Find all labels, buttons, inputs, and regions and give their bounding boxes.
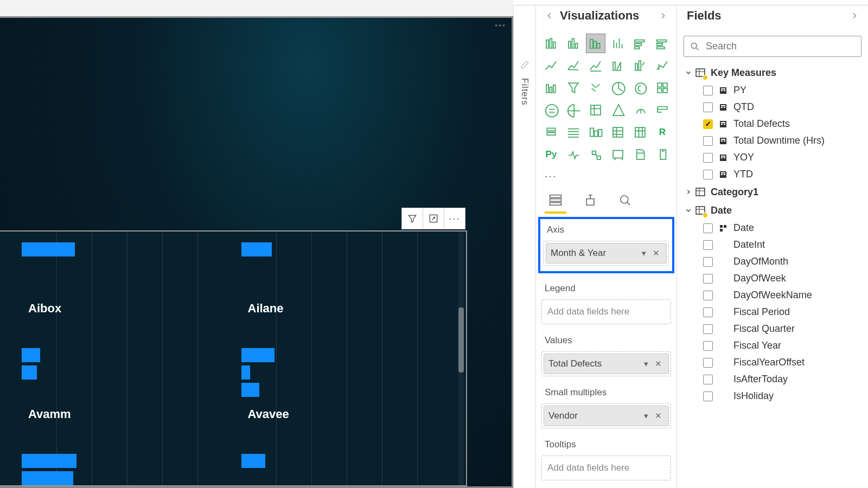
viz-type-icon[interactable] [653, 34, 672, 53]
field-row[interactable]: DayOfWeek [681, 270, 864, 287]
viz-type-icon[interactable] [564, 145, 583, 164]
field-row[interactable]: YOY [681, 149, 864, 166]
visual-filter-icon[interactable] [401, 208, 423, 229]
bar[interactable] [22, 365, 37, 380]
viz-type-icon[interactable] [630, 100, 650, 120]
viz-type-icon[interactable] [586, 56, 605, 75]
field-row[interactable]: Fiscal Year [681, 337, 864, 354]
field-checkbox[interactable] [703, 375, 713, 384]
focus-mode-icon[interactable] [423, 208, 444, 229]
small-multiples-pill[interactable]: Vendor ▾ ✕ [544, 406, 669, 426]
bar[interactable] [241, 383, 260, 397]
field-row[interactable]: DateInt [681, 236, 864, 253]
viz-type-icon[interactable] [586, 145, 605, 164]
viz-more-icon[interactable]: ··· [540, 168, 672, 188]
viz-type-icon[interactable] [608, 56, 628, 75]
remove-icon[interactable]: ✕ [650, 248, 662, 258]
viz-type-icon[interactable]: Py [541, 145, 561, 164]
bar[interactable] [22, 348, 40, 362]
viz-type-icon[interactable] [541, 123, 561, 142]
fields-tab-icon[interactable] [545, 191, 566, 209]
remove-icon[interactable]: ✕ [652, 359, 664, 369]
axis-well[interactable]: Month & Year ▾ ✕ [544, 241, 669, 266]
viz-collapse-right-icon[interactable] [656, 9, 670, 23]
field-checkbox[interactable] [703, 102, 713, 112]
field-row[interactable]: Total Downtime (Hrs) [681, 132, 864, 149]
viz-type-icon[interactable] [653, 145, 672, 164]
field-row[interactable]: Date [681, 220, 864, 236]
values-pill[interactable]: Total Defects ▾ ✕ [544, 354, 669, 374]
viz-type-icon[interactable] [564, 56, 583, 75]
viz-type-icon[interactable] [564, 78, 583, 98]
viz-type-icon[interactable] [630, 123, 650, 142]
field-checkbox[interactable] [703, 119, 713, 129]
viz-type-icon[interactable] [541, 56, 561, 75]
filters-pane-collapsed[interactable]: Filters [513, 0, 536, 488]
field-row[interactable]: Total Defects [681, 115, 864, 132]
axis-pill[interactable]: Month & Year ▾ ✕ [546, 243, 667, 264]
field-checkbox[interactable] [703, 358, 713, 368]
field-row[interactable]: DayOfWeekName [681, 287, 864, 304]
report-canvas[interactable]: ••• ··· AiboxAilaneAvammAvaveeBlognation… [0, 0, 513, 488]
viz-type-icon[interactable] [608, 34, 628, 53]
field-checkbox[interactable] [703, 240, 713, 250]
table-row[interactable]: Key Measures [681, 63, 864, 82]
remove-icon[interactable]: ✕ [652, 411, 664, 421]
fields-search-input[interactable] [706, 41, 856, 52]
scrollbar-thumb[interactable] [458, 307, 464, 373]
viz-type-icon[interactable] [608, 145, 628, 164]
bar[interactable] [241, 242, 272, 256]
viz-type-icon[interactable] [541, 100, 561, 120]
bar[interactable] [241, 454, 266, 468]
viz-type-icon[interactable] [630, 145, 650, 164]
small-multiples-visual[interactable]: AiboxAilaneAvammAvaveeBlognationBlogpad [0, 230, 467, 486]
field-checkbox[interactable] [703, 223, 713, 233]
values-well[interactable]: Total Defects ▾ ✕ [541, 351, 671, 376]
bar[interactable] [22, 242, 75, 256]
bar[interactable] [241, 348, 275, 362]
viz-type-icon[interactable] [653, 78, 672, 98]
chevron-down-icon[interactable]: ▾ [640, 359, 652, 369]
viz-type-icon[interactable] [564, 123, 583, 142]
viz-type-icon[interactable] [653, 56, 672, 75]
viz-type-icon[interactable] [630, 78, 650, 98]
field-row[interactable]: PY [681, 82, 864, 99]
field-row[interactable]: DayOfMonth [681, 253, 864, 270]
viz-type-icon[interactable] [608, 100, 628, 120]
table-row[interactable]: Date [681, 201, 864, 220]
viz-type-icon[interactable] [586, 78, 605, 98]
field-row[interactable]: QTD [681, 99, 864, 115]
field-checkbox[interactable] [703, 291, 713, 300]
visual-scrollbar[interactable] [458, 232, 464, 485]
bar[interactable] [22, 454, 76, 468]
viz-type-icon[interactable] [586, 100, 605, 120]
field-checkbox[interactable] [703, 257, 713, 267]
viz-type-icon[interactable] [541, 78, 561, 98]
viz-type-icon[interactable] [608, 123, 628, 142]
analytics-tab-icon[interactable] [614, 191, 636, 209]
viz-type-icon[interactable] [630, 34, 650, 53]
chevron-down-icon[interactable]: ▾ [638, 248, 650, 258]
viz-type-icon[interactable] [608, 78, 628, 98]
visual-more-icon[interactable]: ··· [444, 208, 465, 229]
table-row[interactable]: Category1 [681, 183, 864, 201]
viz-type-icon[interactable] [586, 34, 605, 53]
field-checkbox[interactable] [703, 136, 713, 146]
field-checkbox[interactable] [703, 274, 713, 284]
viz-type-icon[interactable]: R [653, 123, 672, 142]
field-checkbox[interactable] [703, 324, 713, 334]
format-tab-icon[interactable] [579, 191, 601, 209]
fields-search[interactable] [684, 36, 861, 57]
field-checkbox[interactable] [703, 86, 713, 95]
field-row[interactable]: IsHoliday [681, 388, 864, 404]
bar[interactable] [22, 471, 73, 485]
viz-collapse-left-icon[interactable] [542, 9, 557, 23]
field-row[interactable]: FiscalYearOffset [681, 354, 864, 371]
field-row[interactable]: YTD [681, 166, 864, 183]
tooltips-well[interactable]: Add data fields here [541, 455, 671, 480]
field-checkbox[interactable] [703, 391, 713, 401]
fields-collapse-icon[interactable] [847, 9, 861, 23]
field-row[interactable]: IsAfterToday [681, 371, 864, 388]
field-checkbox[interactable] [703, 307, 713, 317]
viz-type-icon[interactable] [653, 100, 672, 120]
